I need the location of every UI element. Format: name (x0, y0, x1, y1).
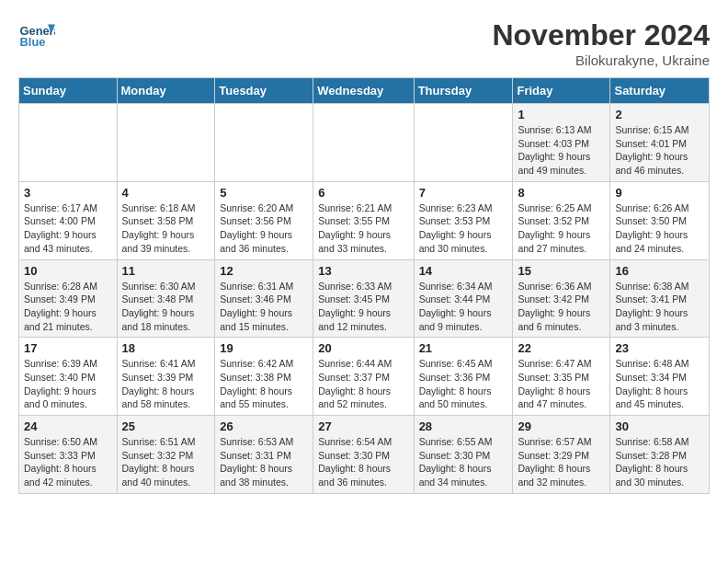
day-cell: 5Sunrise: 6:20 AMSunset: 3:56 PMDaylight… (215, 181, 313, 259)
calendar-body: 1Sunrise: 6:13 AMSunset: 4:03 PMDaylight… (19, 104, 710, 494)
day-cell: 22Sunrise: 6:47 AMSunset: 3:35 PMDayligh… (513, 338, 610, 416)
day-header-monday: Monday (117, 78, 215, 104)
day-cell: 27Sunrise: 6:54 AMSunset: 3:30 PMDayligh… (313, 416, 414, 494)
day-info: Sunrise: 6:39 AMSunset: 3:40 PMDaylight:… (24, 357, 112, 411)
day-header-wednesday: Wednesday (313, 78, 414, 104)
page-header: General Blue November 2024 Bilokurakyne,… (18, 18, 710, 68)
day-info: Sunrise: 6:57 AMSunset: 3:29 PMDaylight:… (518, 435, 605, 489)
day-cell: 17Sunrise: 6:39 AMSunset: 3:40 PMDayligh… (19, 338, 118, 416)
day-number: 12 (220, 264, 308, 278)
day-cell (313, 104, 414, 182)
day-number: 22 (518, 341, 605, 355)
day-cell: 21Sunrise: 6:45 AMSunset: 3:36 PMDayligh… (414, 338, 513, 416)
calendar-table: SundayMondayTuesdayWednesdayThursdayFrid… (18, 77, 710, 494)
day-cell: 19Sunrise: 6:42 AMSunset: 3:38 PMDayligh… (215, 338, 313, 416)
week-row-3: 10Sunrise: 6:28 AMSunset: 3:49 PMDayligh… (19, 259, 710, 338)
day-info: Sunrise: 6:41 AMSunset: 3:39 PMDaylight:… (122, 357, 210, 411)
day-cell: 13Sunrise: 6:33 AMSunset: 3:45 PMDayligh… (313, 259, 414, 338)
day-number: 14 (419, 264, 508, 278)
day-cell: 10Sunrise: 6:28 AMSunset: 3:49 PMDayligh… (19, 259, 118, 338)
day-cell: 4Sunrise: 6:18 AMSunset: 3:58 PMDaylight… (117, 181, 215, 259)
day-number: 2 (615, 108, 704, 121)
day-cell: 30Sunrise: 6:58 AMSunset: 3:28 PMDayligh… (610, 416, 710, 494)
day-cell: 8Sunrise: 6:25 AMSunset: 3:52 PMDaylight… (513, 181, 610, 259)
day-number: 5 (220, 186, 308, 200)
day-info: Sunrise: 6:55 AMSunset: 3:30 PMDaylight:… (419, 435, 508, 489)
day-cell (414, 104, 513, 182)
day-info: Sunrise: 6:18 AMSunset: 3:58 PMDaylight:… (122, 201, 210, 256)
day-cell (19, 104, 118, 182)
logo-icon: General Blue (18, 18, 55, 55)
day-header-tuesday: Tuesday (215, 78, 313, 104)
day-info: Sunrise: 6:38 AMSunset: 3:41 PMDaylight:… (615, 280, 704, 334)
day-info: Sunrise: 6:25 AMSunset: 3:52 PMDaylight:… (518, 201, 605, 256)
day-cell: 23Sunrise: 6:48 AMSunset: 3:34 PMDayligh… (610, 338, 710, 416)
day-cell (215, 104, 313, 182)
day-cell: 1Sunrise: 6:13 AMSunset: 4:03 PMDaylight… (513, 104, 610, 182)
day-number: 10 (24, 264, 112, 278)
day-cell (117, 104, 215, 182)
day-cell: 26Sunrise: 6:53 AMSunset: 3:31 PMDayligh… (215, 416, 313, 494)
day-cell: 3Sunrise: 6:17 AMSunset: 4:00 PMDaylight… (19, 181, 118, 259)
day-info: Sunrise: 6:36 AMSunset: 3:42 PMDaylight:… (518, 280, 605, 334)
day-cell: 14Sunrise: 6:34 AMSunset: 3:44 PMDayligh… (414, 259, 513, 338)
day-info: Sunrise: 6:31 AMSunset: 3:46 PMDaylight:… (220, 280, 308, 334)
day-cell: 25Sunrise: 6:51 AMSunset: 3:32 PMDayligh… (117, 416, 215, 494)
day-number: 30 (615, 419, 704, 433)
week-row-1: 1Sunrise: 6:13 AMSunset: 4:03 PMDaylight… (19, 104, 710, 182)
month-title: November 2024 (492, 18, 710, 52)
day-info: Sunrise: 6:45 AMSunset: 3:36 PMDaylight:… (419, 357, 508, 411)
day-cell: 16Sunrise: 6:38 AMSunset: 3:41 PMDayligh… (610, 259, 710, 338)
week-row-2: 3Sunrise: 6:17 AMSunset: 4:00 PMDaylight… (19, 181, 710, 259)
day-cell: 12Sunrise: 6:31 AMSunset: 3:46 PMDayligh… (215, 259, 313, 338)
day-info: Sunrise: 6:47 AMSunset: 3:35 PMDaylight:… (518, 357, 605, 411)
day-cell: 18Sunrise: 6:41 AMSunset: 3:39 PMDayligh… (117, 338, 215, 416)
day-number: 29 (518, 419, 605, 433)
day-info: Sunrise: 6:26 AMSunset: 3:50 PMDaylight:… (615, 201, 704, 256)
day-cell: 29Sunrise: 6:57 AMSunset: 3:29 PMDayligh… (513, 416, 610, 494)
day-info: Sunrise: 6:48 AMSunset: 3:34 PMDaylight:… (615, 357, 704, 411)
day-info: Sunrise: 6:44 AMSunset: 3:37 PMDaylight:… (318, 357, 408, 411)
day-info: Sunrise: 6:34 AMSunset: 3:44 PMDaylight:… (419, 280, 508, 334)
day-number: 19 (220, 341, 308, 355)
day-number: 17 (24, 341, 112, 355)
day-header-friday: Friday (513, 78, 610, 104)
day-number: 28 (419, 419, 508, 433)
day-info: Sunrise: 6:42 AMSunset: 3:38 PMDaylight:… (220, 357, 308, 411)
title-block: November 2024 Bilokurakyne, Ukraine (492, 18, 710, 68)
day-number: 18 (122, 341, 210, 355)
day-number: 7 (419, 186, 508, 200)
day-cell: 6Sunrise: 6:21 AMSunset: 3:55 PMDaylight… (313, 181, 414, 259)
day-number: 15 (518, 264, 605, 278)
day-number: 27 (318, 419, 408, 433)
day-number: 9 (615, 186, 704, 200)
day-number: 23 (615, 341, 704, 355)
day-number: 8 (518, 186, 605, 200)
day-info: Sunrise: 6:54 AMSunset: 3:30 PMDaylight:… (318, 435, 408, 489)
day-number: 11 (122, 264, 210, 278)
day-cell: 28Sunrise: 6:55 AMSunset: 3:30 PMDayligh… (414, 416, 513, 494)
day-number: 21 (419, 341, 508, 355)
day-cell: 2Sunrise: 6:15 AMSunset: 4:01 PMDaylight… (610, 104, 710, 182)
day-number: 4 (122, 186, 210, 200)
day-info: Sunrise: 6:51 AMSunset: 3:32 PMDaylight:… (122, 435, 210, 489)
day-cell: 7Sunrise: 6:23 AMSunset: 3:53 PMDaylight… (414, 181, 513, 259)
day-number: 20 (318, 341, 408, 355)
day-info: Sunrise: 6:50 AMSunset: 3:33 PMDaylight:… (24, 435, 112, 489)
calendar-header-row: SundayMondayTuesdayWednesdayThursdayFrid… (19, 78, 710, 104)
day-header-sunday: Sunday (19, 78, 118, 104)
day-cell: 20Sunrise: 6:44 AMSunset: 3:37 PMDayligh… (313, 338, 414, 416)
day-info: Sunrise: 6:58 AMSunset: 3:28 PMDaylight:… (615, 435, 704, 489)
day-info: Sunrise: 6:23 AMSunset: 3:53 PMDaylight:… (419, 201, 508, 256)
week-row-4: 17Sunrise: 6:39 AMSunset: 3:40 PMDayligh… (19, 338, 710, 416)
day-info: Sunrise: 6:33 AMSunset: 3:45 PMDaylight:… (318, 280, 408, 334)
week-row-5: 24Sunrise: 6:50 AMSunset: 3:33 PMDayligh… (19, 416, 710, 494)
day-number: 13 (318, 264, 408, 278)
day-cell: 15Sunrise: 6:36 AMSunset: 3:42 PMDayligh… (513, 259, 610, 338)
day-number: 3 (24, 186, 112, 200)
day-header-thursday: Thursday (414, 78, 513, 104)
day-info: Sunrise: 6:17 AMSunset: 4:00 PMDaylight:… (24, 201, 112, 256)
day-number: 24 (24, 419, 112, 433)
day-cell: 9Sunrise: 6:26 AMSunset: 3:50 PMDaylight… (610, 181, 710, 259)
day-number: 25 (122, 419, 210, 433)
